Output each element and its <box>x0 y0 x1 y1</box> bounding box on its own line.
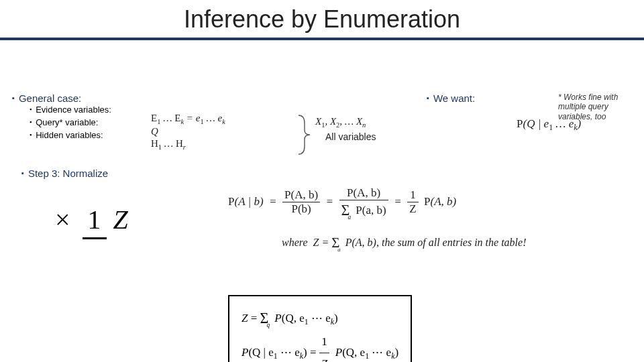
slide-content: ▪General case: ▪Evidence variables: ▪Que… <box>0 40 644 362</box>
math-all-vars: X1, X2, … Xn <box>315 116 366 129</box>
math-evidence-vars: E1 … Ek = e1 … ek <box>151 113 225 125</box>
boxed-line-2: P(Q | e1 ⋯ ek) = 1Z P(Q, e1 ⋯ ek) <box>241 331 398 362</box>
all-variables-label: All variables <box>325 131 376 142</box>
bullet-we-want: ▪We want: <box>427 93 475 104</box>
bullet-step3: ▪Step 3: Normalize <box>21 168 108 179</box>
bullet-hidden: ▪Hidden variables: <box>30 129 111 142</box>
times-icon: × <box>55 204 70 235</box>
math-times-one-over-z: × 1 Z <box>55 201 128 235</box>
label: We want: <box>433 93 475 104</box>
label: Query* variable: <box>36 117 98 127</box>
bullet-query: ▪Query* variable: <box>30 117 111 129</box>
math-hidden-vars: H1 … Hr <box>151 138 186 151</box>
label: Step 3: Normalize <box>28 168 108 179</box>
math-main-equation: P(A | b) = P(A, b)P(b) = P(A, b)Σa P(a, … <box>228 186 456 218</box>
denominator: Z <box>113 203 128 235</box>
numerator: 1 <box>83 204 107 239</box>
label: Evidence variables: <box>36 105 111 115</box>
boxed-equations: Z = Σq P(Q, e1 ⋯ ek) P(Q | e1 ⋯ ek) = 1Z… <box>228 295 412 362</box>
boxed-line-1: Z = Σq P(Q, e1 ⋯ ek) <box>241 303 398 331</box>
label: General case: <box>19 93 81 104</box>
brace-icon <box>295 114 315 156</box>
bullet-general-case: ▪General case: ▪Evidence variables: ▪Que… <box>12 93 111 142</box>
label: Hidden variables: <box>36 130 103 140</box>
math-query-var: Q <box>151 126 158 137</box>
math-where-z: where Z = Σa P(A, b), the sum of all ent… <box>282 233 526 250</box>
bullet-evidence: ▪Evidence variables: <box>30 104 111 117</box>
slide-title: Inference by Enumeration <box>0 0 644 38</box>
footnote: * Works fine with multiple query variabl… <box>558 93 639 121</box>
